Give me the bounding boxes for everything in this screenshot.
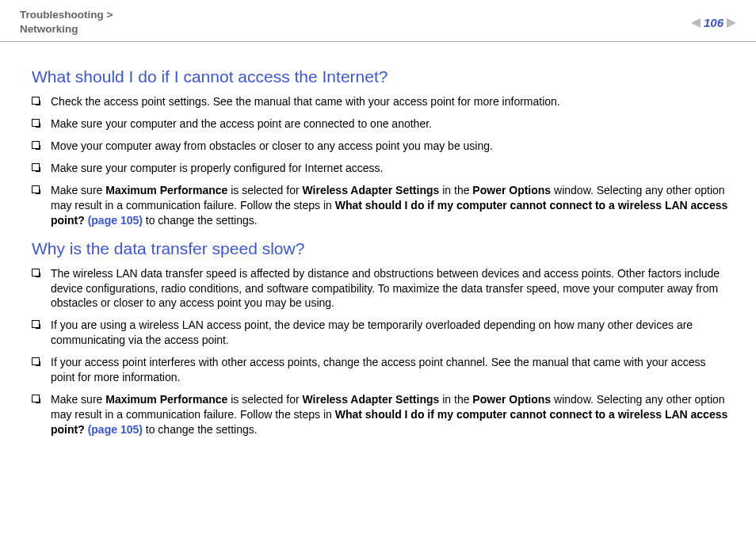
checkbox-bullet-icon (32, 269, 40, 277)
text-run: Make sure your computer is properly conf… (51, 162, 383, 174)
text-run: is selected for (227, 393, 302, 406)
text-run: Power Options (472, 393, 551, 406)
text-run: in the (439, 184, 472, 196)
text-run: Wireless Adapter Settings (302, 184, 439, 196)
text-run: Make sure (51, 393, 105, 406)
list-item: If your access point interferes with oth… (32, 355, 731, 385)
checkbox-bullet-icon (32, 163, 40, 171)
breadcrumb-line-2: Networking (20, 22, 113, 36)
checkbox-bullet-icon (32, 141, 40, 149)
list-item: The wireless LAN data transfer speed is … (32, 266, 731, 311)
text-run: in the (439, 393, 472, 406)
bullet-list: The wireless LAN data transfer speed is … (32, 266, 731, 437)
text-run: Check the access point settings. See the… (51, 95, 560, 108)
text-run: Maximum Performance (105, 184, 227, 196)
list-item-text: Make sure Maximum Performance is selecte… (51, 183, 731, 228)
checkbox-bullet-icon (32, 320, 40, 328)
checkbox-bullet-icon (32, 185, 40, 193)
section-heading: What should I do if I cannot access the … (32, 67, 731, 86)
page-reference-link[interactable]: (page 105) (88, 214, 143, 227)
text-run: to change the settings. (143, 423, 258, 436)
page-header: Troubleshooting > Networking 106 (0, 0, 756, 42)
list-item: Make sure your computer is properly conf… (32, 161, 731, 176)
list-item: Make sure Maximum Performance is selecte… (32, 392, 731, 437)
list-item: Check the access point settings. See the… (32, 94, 731, 109)
text-run: Maximum Performance (105, 393, 227, 406)
list-item-text: If you are using a wireless LAN access p… (51, 318, 731, 348)
checkbox-bullet-icon (32, 119, 40, 127)
text-run: Make sure your computer and the access p… (51, 117, 432, 130)
list-item: Make sure your computer and the access p… (32, 116, 731, 132)
page-content: What should I do if I cannot access the … (0, 42, 756, 437)
text-run: If you are using a wireless LAN access p… (51, 318, 693, 346)
checkbox-bullet-icon (32, 357, 40, 365)
next-page-icon[interactable] (727, 18, 736, 28)
list-item-text: The wireless LAN data transfer speed is … (51, 266, 731, 311)
page-reference-link[interactable]: (page 105) (88, 423, 143, 436)
text-run: Make sure (51, 184, 105, 196)
text-run: Wireless Adapter Settings (302, 393, 439, 406)
text-run: If your access point interferes with oth… (51, 356, 705, 383)
prev-page-icon[interactable] (691, 18, 701, 28)
section-heading: Why is the data transfer speed slow? (32, 239, 731, 258)
list-item: Make sure Maximum Performance is selecte… (32, 183, 731, 228)
list-item-text: Check the access point settings. See the… (51, 94, 731, 109)
text-run: to change the settings. (143, 214, 258, 227)
list-item: Move your computer away from obstacles o… (32, 139, 731, 154)
text-run: Power Options (472, 184, 551, 196)
bullet-list: Check the access point settings. See the… (32, 94, 731, 227)
pager: 106 (691, 16, 736, 29)
list-item-text: Make sure your computer and the access p… (51, 116, 731, 132)
text-run: is selected for (227, 184, 302, 196)
breadcrumb-line-1: Troubleshooting > (20, 8, 113, 22)
text-run: The wireless LAN data transfer speed is … (51, 267, 720, 310)
text-run: Move your computer away from obstacles o… (51, 139, 493, 152)
list-item-text: Make sure your computer is properly conf… (51, 161, 731, 176)
list-item-text: Move your computer away from obstacles o… (51, 139, 731, 154)
checkbox-bullet-icon (32, 395, 40, 402)
list-item-text: Make sure Maximum Performance is selecte… (51, 392, 731, 437)
breadcrumb: Troubleshooting > Networking (20, 8, 113, 36)
list-item-text: If your access point interferes with oth… (51, 355, 731, 385)
checkbox-bullet-icon (32, 97, 40, 105)
list-item: If you are using a wireless LAN access p… (32, 318, 731, 348)
page-number: 106 (704, 16, 724, 29)
